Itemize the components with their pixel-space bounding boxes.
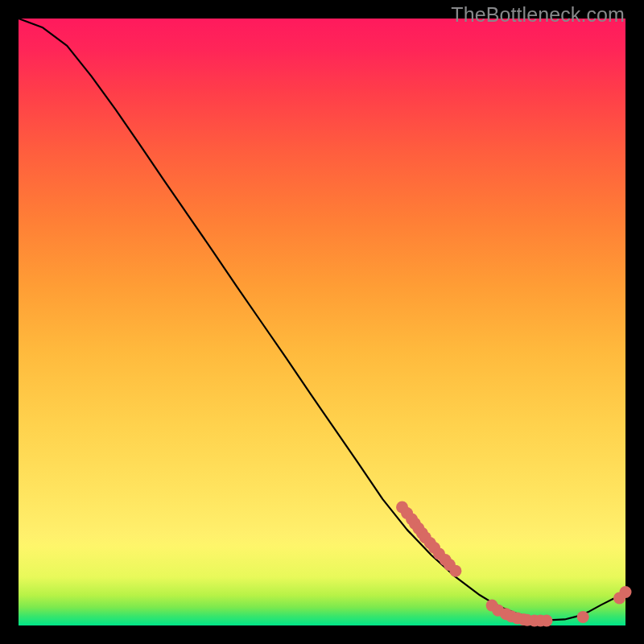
chart-marker — [449, 565, 461, 577]
chart-marker — [620, 586, 632, 598]
chart-overlay — [19, 19, 625, 625]
chart-marker — [577, 611, 589, 623]
chart-line-series — [19, 19, 625, 620]
watermark-text: TheBottleneck.com — [451, 3, 625, 27]
chart-marker — [540, 614, 552, 626]
chart-stage: TheBottleneck.com — [0, 0, 644, 644]
